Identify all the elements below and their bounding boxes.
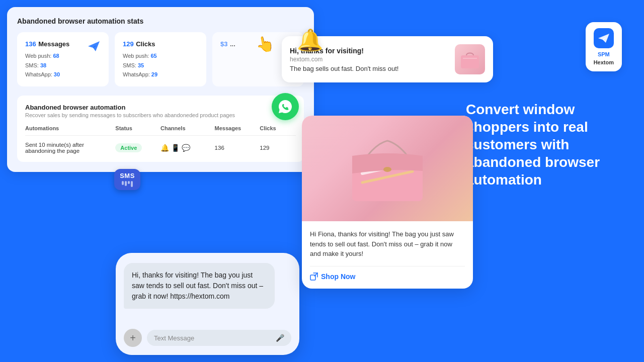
automation-status: Active (115, 143, 160, 152)
whatsapp-float-icon (272, 93, 299, 120)
clicks-whatsapp: 29 (151, 71, 157, 77)
cursor-pointer-icon: 👆 (254, 34, 276, 54)
whatsapp-card: Hi Fiona, thanks for visiting! The bag y… (302, 116, 473, 289)
sms-bar-4 (131, 181, 133, 187)
hextom-name-label: Hextom (594, 59, 614, 65)
revenue-number: $3 (220, 40, 227, 48)
automation-subtitle: Recover sales by sending messages to sub… (25, 112, 296, 118)
push-url: hextom.com (290, 56, 449, 63)
hero-text: Convert window shoppers into real custom… (466, 101, 622, 189)
whatsapp-product-image (302, 116, 473, 221)
sms-phone-mockup: Hi, thanks for visiting! The bag you jus… (116, 253, 299, 355)
automation-section-title: Abandoned browser automation (25, 104, 296, 111)
bell-channel-icon: 🔔 (160, 144, 169, 152)
clicks-number: 129 (123, 40, 134, 48)
whatsapp-channel-icon: 💬 (182, 144, 190, 152)
whatsapp-message-text: Hi Fiona, thanks for visiting! The bag y… (310, 229, 465, 259)
automation-section: Abandoned browser automation Recover sal… (17, 96, 304, 162)
messages-number: 136 (25, 40, 36, 48)
sms-bar-3 (128, 181, 130, 184)
table-row: Sent 10 minute(s) after abandoning the p… (25, 136, 296, 154)
messages-whatsapp: 30 (54, 71, 60, 77)
messages-stat-card: 136 Messages Web push: 68 SMS: 38 WhatsA… (17, 32, 109, 86)
clicks-stat-card: 129 Clicks Web push: 65 SMS: 35 WhatsApp… (115, 32, 206, 86)
shop-now-button[interactable]: Shop Now (310, 266, 465, 281)
bell-notification-icon: 🔔 (297, 28, 323, 52)
whatsapp-body: Hi Fiona, thanks for visiting! The bag y… (302, 221, 473, 289)
hextom-badge: SPM Hextom (586, 22, 622, 71)
dashboard-title: Abandoned browser automation stats (17, 17, 304, 25)
sms-device-icon: SMS (114, 169, 140, 190)
clicks-stat-header: 129 Clicks (123, 39, 198, 48)
messages-sms: 38 (40, 62, 46, 68)
clicks-label: Clicks (136, 40, 155, 48)
clicks-detail: Web push: 65 SMS: 35 WhatsApp: 29 (123, 51, 198, 79)
hextom-spm-label: SPM (598, 51, 610, 57)
messages-label: Messages (38, 40, 69, 48)
microphone-icon: 🎤 (276, 334, 284, 342)
sms-channel-icon: 📱 (171, 144, 180, 152)
push-body: The bag sells out fast. Don't miss out! (290, 65, 449, 72)
svg-point-2 (383, 167, 391, 172)
col-messages: Messages (215, 125, 260, 131)
sms-message-bubble: Hi, thanks for visiting! The bag you jus… (124, 263, 275, 309)
channel-icons: 🔔 📱 💬 (160, 144, 215, 152)
automation-clicks: 129 (260, 145, 296, 151)
col-status: Status (115, 125, 160, 131)
sms-text-input[interactable]: Text Message 🎤 (147, 330, 291, 346)
col-channels: Channels (160, 125, 215, 131)
hextom-logo-icon (594, 28, 614, 48)
sms-input-placeholder: Text Message (154, 334, 194, 342)
sms-bar-2 (125, 181, 127, 186)
sms-add-button[interactable]: + (124, 329, 142, 347)
sms-bar-1 (122, 181, 124, 185)
clicks-webpush: 65 (150, 53, 156, 59)
push-product-image (455, 44, 485, 74)
clicks-sms: 35 (138, 62, 144, 68)
revenue-label: ... (230, 40, 235, 48)
shop-now-label: Shop Now (321, 273, 355, 281)
svg-rect-0 (461, 55, 479, 68)
table-header: Automations Status Channels Messages Cli… (25, 125, 296, 136)
sms-input-row: + Text Message 🎤 (124, 329, 291, 347)
automation-messages: 136 (215, 145, 260, 151)
col-clicks: Clicks (260, 125, 296, 131)
paper-plane-icon (87, 39, 102, 56)
messages-webpush: 68 (53, 53, 59, 59)
status-badge: Active (115, 143, 142, 152)
external-link-icon (310, 273, 318, 281)
sms-bars (119, 181, 135, 187)
sms-label-text: SMS (119, 172, 135, 179)
automation-name: Sent 10 minute(s) after abandoning the p… (25, 142, 115, 154)
col-automations: Automations (25, 125, 115, 131)
dashboard-card: Abandoned browser automation stats 136 M… (7, 7, 314, 172)
